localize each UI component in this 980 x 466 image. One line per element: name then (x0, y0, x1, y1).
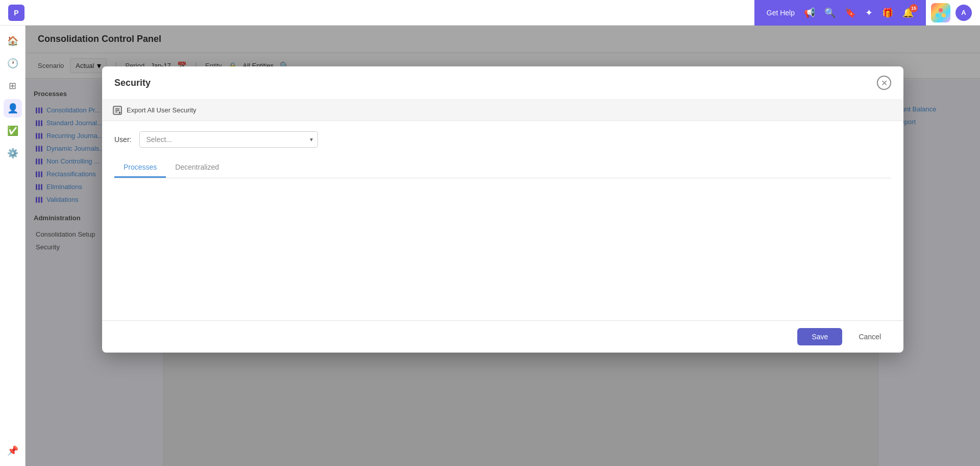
brand-logo[interactable] (931, 3, 950, 22)
user-row: User: Select... ▾ (114, 131, 891, 148)
sidebar-recent-icon[interactable]: 🕐 (4, 54, 22, 73)
notifications-icon[interactable]: 🔔 15 (902, 7, 914, 18)
svg-point-0 (939, 8, 943, 12)
notification-badge: 15 (910, 4, 918, 12)
export-all-user-security-button[interactable]: Export All User Security (112, 105, 197, 115)
app-logo[interactable]: P (8, 5, 24, 21)
save-button[interactable]: Save (797, 328, 842, 345)
get-help-button[interactable]: Get Help (767, 9, 795, 17)
sidebar-settings-icon[interactable]: ⚙️ (4, 144, 22, 162)
tab-content-area (114, 178, 891, 320)
topbar-right: Get Help 📢 🔍 🔖 ✦ 🎁 🔔 15 A (754, 3, 972, 22)
dialog-body: User: Select... ▾ Processes Decentralize… (102, 121, 903, 320)
user-select[interactable]: Select... (139, 131, 318, 148)
bookmark-icon[interactable]: 🔖 (845, 7, 856, 18)
gift-icon[interactable]: 🎁 (882, 7, 893, 18)
dialog-footer: Save Cancel (102, 320, 903, 353)
dialog-title: Security (114, 78, 151, 88)
export-icon (112, 105, 122, 115)
megaphone-icon[interactable]: 📢 (804, 7, 815, 18)
svg-point-2 (942, 13, 946, 17)
tabs-row: Processes Decentralized (114, 158, 891, 178)
cancel-button[interactable]: Cancel (848, 328, 891, 345)
search-icon[interactable]: 🔍 (824, 7, 836, 18)
sidebar-consolidation-icon[interactable]: 👤 (4, 99, 22, 118)
user-select-wrapper: Select... ▾ (139, 131, 318, 148)
sidebar: 🏠 🕐 ⊞ 👤 ✅ ⚙️ 📌 (0, 26, 26, 466)
user-label: User: (114, 135, 131, 144)
security-dialog: Security ✕ Export All User Security User… (102, 66, 903, 353)
export-label: Export All User Security (127, 106, 197, 114)
settings-icon[interactable]: ✦ (865, 7, 873, 18)
tab-decentralized[interactable]: Decentralized (166, 158, 228, 178)
sidebar-pin-icon[interactable]: 📌 (4, 441, 22, 460)
topbar: P Get Help 📢 🔍 🔖 ✦ 🎁 🔔 15 A (0, 0, 980, 26)
tab-processes[interactable]: Processes (114, 158, 166, 178)
user-avatar[interactable]: A (955, 5, 972, 21)
app-logo-text: P (14, 9, 18, 17)
dialog-close-button[interactable]: ✕ (877, 76, 891, 90)
sidebar-home-icon[interactable]: 🏠 (4, 32, 22, 50)
topbar-left: P (8, 5, 24, 21)
dialog-header: Security ✕ (102, 66, 903, 100)
svg-point-1 (936, 13, 940, 17)
dialog-toolbar: Export All User Security (102, 100, 903, 121)
sidebar-tasks-icon[interactable]: ✅ (4, 122, 22, 140)
sidebar-dashboard-icon[interactable]: ⊞ (4, 77, 22, 95)
